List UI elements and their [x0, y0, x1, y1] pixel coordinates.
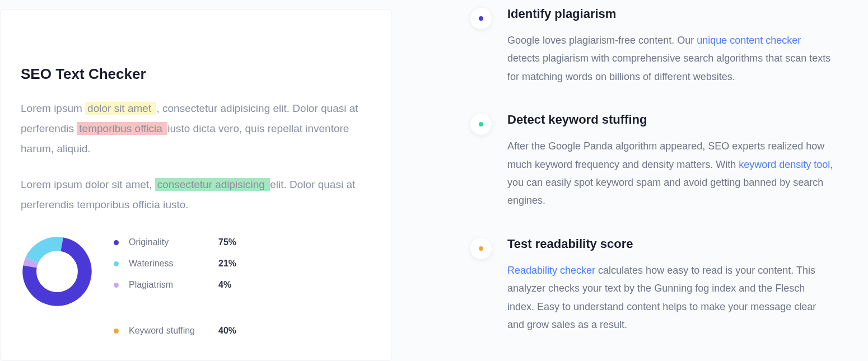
feature-description: Readability checker calculates how easy … [507, 261, 834, 334]
feature-item: Identify plagiarism Google loves plagiar… [470, 7, 834, 86]
features-list: Identify plagiarism Google loves plagiar… [392, 0, 868, 361]
text-fragment: detects plagiarism with comprehensive se… [507, 53, 830, 82]
feature-title: Test readability score [507, 237, 834, 251]
legend-value: 40% [218, 326, 236, 336]
legend-item: Keyword stuffing 40% [114, 326, 236, 336]
chart-row: Originality 75% Wateriness 21% Plagiatri… [21, 235, 371, 336]
donut-chart-svg [15, 229, 100, 314]
feature-description: Google loves plagiarism-free content. Ou… [507, 31, 834, 86]
legend-label: Originality [129, 237, 218, 247]
highlight-yellow: dolor sit amet [85, 102, 156, 115]
donut-chart [21, 235, 94, 308]
bullet-dot-icon [479, 246, 483, 251]
legend-label: Plagiatrism [129, 280, 218, 290]
legend-value: 21% [218, 259, 236, 269]
legend-label: Wateriness [129, 259, 218, 269]
bullet-icon [470, 114, 492, 135]
feature-link[interactable]: Readability checker [507, 265, 595, 276]
card-title: SEO Text Checker [21, 65, 371, 83]
bullet-dot-icon [479, 122, 483, 126]
text-fragment: Google loves plagiarism-free content. Ou… [507, 35, 697, 46]
bullet-icon [470, 238, 492, 259]
legend-value: 4% [218, 280, 231, 290]
text-fragment: Lorem ipsum [21, 102, 85, 114]
feature-description: After the Google Panda algorithm appeare… [507, 137, 834, 210]
legend-dot-icon [114, 261, 119, 266]
legend-dot-icon [114, 283, 119, 288]
feature-link[interactable]: unique content checker [697, 35, 801, 46]
legend-item: Wateriness 21% [114, 259, 236, 269]
feature-title: Identify plagiarism [507, 7, 834, 21]
feature-title: Detect keyword stuffing [507, 112, 834, 127]
feature-item: Test readability score Readability check… [470, 237, 834, 334]
bullet-icon [470, 8, 492, 29]
feature-link[interactable]: keyword density tool [739, 159, 830, 170]
seo-checker-card: SEO Text Checker Lorem ipsum dolor sit a… [0, 9, 392, 361]
highlight-red: temporibus officia [77, 122, 167, 135]
sample-paragraph-2: Lorem ipsum dolor sit amet, consectetur … [21, 175, 371, 215]
feature-item: Detect keyword stuffing After the Google… [470, 112, 834, 210]
sample-paragraph-1: Lorem ipsum dolor sit amet , consectetur… [21, 99, 371, 159]
legend-value: 75% [218, 237, 236, 247]
chart-legend: Originality 75% Wateriness 21% Plagiatri… [114, 235, 236, 336]
highlight-green: consectetur adipisicing [155, 178, 270, 191]
legend-item: Plagiatrism 4% [114, 280, 236, 290]
legend-item: Originality 75% [114, 237, 236, 247]
legend-dot-icon [114, 329, 119, 334]
legend-dot-icon [114, 240, 119, 245]
text-fragment: Lorem ipsum dolor sit amet, [21, 179, 155, 190]
bullet-dot-icon [479, 16, 483, 21]
legend-label: Keyword stuffing [129, 326, 218, 336]
